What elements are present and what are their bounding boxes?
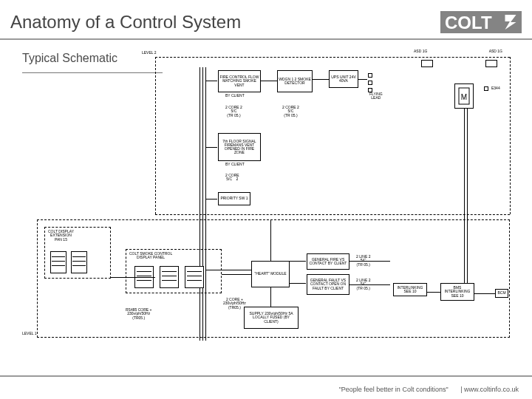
bcm-box: BCM (495, 289, 508, 298)
lbl-core-3: 2 CORE 5/C 2 (225, 174, 239, 182)
subtitle: Typical Schematic (22, 52, 117, 65)
general-fault-box: GENERAL FAULT VS CONTACT OPEN ON FAULT B… (307, 274, 349, 295)
footer: "People feel better in Colt conditions" … (339, 386, 519, 393)
interlink-b: BMS INTERLINKING SEE 10 (440, 283, 474, 301)
lbl-flying-lead: FLYING LEAD (369, 92, 383, 100)
lbl-core-1: 2 CORE 2 5/C (TR 05.) (225, 106, 242, 117)
interlink-a: INTERLINKING SEE 10 (393, 283, 427, 296)
bottom-lbl-mid: 2 CORE + 230v/ph/50Hz (TR05.) (223, 298, 246, 310)
smoke-panel-label: COLT SMOKE CONTROL DISPLAY PANEL (129, 252, 172, 260)
asd-left: ASD 1G (414, 50, 427, 53)
bottom-lbl-left: RS485 CORE + 230v/ph/50Hz (TR05.) (126, 308, 151, 320)
footer-tagline: "People feel better in Colt conditions" (339, 386, 449, 393)
frame-label-tl: LEVEL 2 (142, 51, 157, 55)
header-divider (0, 38, 532, 40)
lbl-by-client-1: BY CLIENT (225, 94, 245, 98)
supply-box: SUPPLY 230v/ph/50Hz 5A LOCALLY FUSED (BY… (244, 307, 299, 329)
lbl-core-2: 2 CORE 2 5/C (TR 05.) (282, 106, 299, 117)
box-ups: UPS UNIT 24V 40VA (329, 70, 358, 88)
footer-divider (0, 375, 532, 377)
frame-label-bl: LEVEL 1 (22, 332, 37, 335)
box-actuator: M (454, 83, 474, 109)
page-title: Anatomy of a Control System (10, 12, 241, 33)
svg-text:M: M (461, 93, 467, 101)
footer-url: | www.coltinfo.co.uk (460, 386, 519, 393)
display-ext-label: COLT DISPLAY EXTENSION PAN 15 (48, 230, 74, 242)
box-fire-control: FIRE CONTROL FLOW MATCHING SMOKE VENT (218, 70, 261, 92)
asd-right: ASD 1G (489, 50, 502, 53)
box-7th-floor: 7th FLOOR SIGNAL FIREMANS VENT OPENED IN… (218, 133, 261, 161)
general-fire-box: GENERAL FIRE VS CONTACT BY CLIENT (307, 253, 349, 270)
brand-logo: COLT (440, 11, 522, 33)
box-smoke-det: WDGN 1 2 SMOKE DETECTOR (277, 70, 313, 92)
box-priority: PRIORITY SW 1 (218, 192, 250, 205)
logo-text: COLT (445, 13, 492, 33)
heart-module: "HEART" MODULE (251, 261, 290, 287)
subtitle-underline (22, 72, 163, 73)
lbl-by-client-2: BY CLIENT (225, 163, 245, 166)
schematic-diagram: LEVEL 2 LEVEL 1 ASD 1G ASD 1G FIRE CONTR… (148, 48, 517, 358)
